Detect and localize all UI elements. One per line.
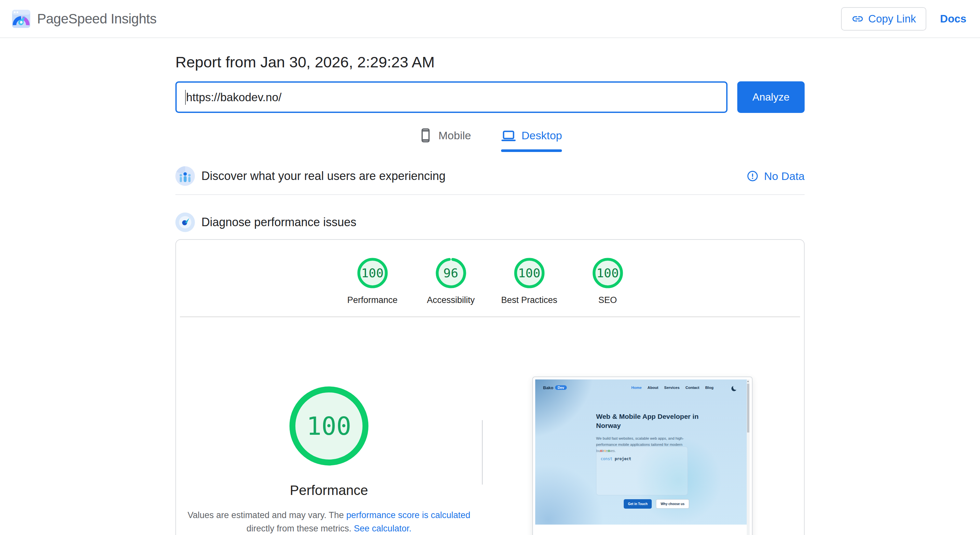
site-nav: Home About Services Contact Blog xyxy=(631,385,714,390)
url-row: https://bakodev.no/ Analyze xyxy=(175,81,805,113)
site-nav-blog: Blog xyxy=(705,385,714,390)
see-calculator-link[interactable]: See calculator. xyxy=(354,524,411,533)
score-ring: 100 xyxy=(592,257,624,289)
traffic-light-dots xyxy=(597,447,687,452)
site-nav-home: Home xyxy=(631,385,642,390)
site-code-card: const project xyxy=(596,446,688,495)
disclaimer-text-1: Values are estimated and may vary. The xyxy=(188,510,347,520)
tab-desktop[interactable]: Desktop xyxy=(501,128,562,152)
site-why-choose-us-button: Why choose us xyxy=(656,499,689,509)
url-input[interactable]: https://bakodev.no/ xyxy=(175,81,727,113)
site-below-fold xyxy=(535,525,747,535)
score-category-label: Accessibility xyxy=(427,295,475,305)
report-title: Report from Jan 30, 2026, 2:29:23 AM xyxy=(175,53,805,71)
diagnose-section-row: Diagnose performance issues xyxy=(175,212,805,232)
score-ring: 100 xyxy=(514,257,545,289)
site-nav-contact: Contact xyxy=(686,385,700,390)
performance-score-value: 100 xyxy=(289,386,369,466)
score-ring: 96 xyxy=(435,257,466,289)
score-disclaimer: Values are estimated and may vary. The p… xyxy=(188,509,471,535)
diagnose-section-label: Diagnose performance issues xyxy=(201,215,356,229)
code-identifier: project xyxy=(615,457,631,461)
no-data-label: No Data xyxy=(764,170,805,183)
card-divider xyxy=(180,316,800,317)
score-category-label: Best Practices xyxy=(501,295,557,305)
brand[interactable]: PageSpeed Insights xyxy=(12,10,156,28)
scrollbar-up-arrow xyxy=(747,381,749,382)
score-value: 100 xyxy=(592,257,624,289)
calc-explanation-link[interactable]: performance score is calculated xyxy=(346,510,470,520)
report-card: 100 Performance 96 Accessibility 100 Bes… xyxy=(175,239,805,535)
score-category-label: Performance xyxy=(347,295,398,305)
link-icon xyxy=(851,13,864,25)
category-score[interactable]: 100 SEO xyxy=(575,257,640,305)
yellow-dot xyxy=(604,450,606,452)
no-data-status[interactable]: No Data xyxy=(747,170,805,183)
site-brand: Bako Dev xyxy=(543,385,567,390)
laptop-icon xyxy=(501,128,516,143)
green-dot xyxy=(608,450,610,452)
performance-gauge-label: Performance xyxy=(290,482,368,498)
site-get-in-touch-button: Get in Touch xyxy=(624,499,652,509)
performance-detail-area: 100 Performance Values are estimated and… xyxy=(176,377,804,535)
top-bar: PageSpeed Insights Copy Link Docs xyxy=(0,0,980,38)
info-icon xyxy=(747,170,759,182)
smartphone-icon xyxy=(418,128,433,143)
site-code-line: const project xyxy=(601,457,687,461)
scrollbar-thumb xyxy=(747,384,749,433)
site-header: Bako Dev Home About Services Contact Blo… xyxy=(535,379,747,396)
device-tabs: Mobile Desktop xyxy=(175,128,805,152)
site-cta-row: Get in Touch Why choose us xyxy=(624,499,689,509)
score-ring: 100 xyxy=(357,257,388,289)
vertical-divider xyxy=(482,420,483,484)
section-divider xyxy=(175,194,805,195)
disclaimer-text-2: directly from these metrics. xyxy=(246,524,354,533)
pagespeed-gauge-icon xyxy=(12,10,30,28)
app-title: PageSpeed Insights xyxy=(37,11,156,27)
site-hero-heading: Web & Mobile App Developer in Norway xyxy=(596,412,708,430)
copy-link-label: Copy Link xyxy=(869,13,916,25)
discover-section-label: Discover what your real users are experi… xyxy=(201,169,445,183)
users-icon xyxy=(175,166,195,186)
category-scores-row: 100 Performance 96 Accessibility 100 Bes… xyxy=(176,240,804,305)
score-category-label: SEO xyxy=(598,295,617,305)
category-score[interactable]: 100 Performance xyxy=(340,257,405,305)
tab-mobile[interactable]: Mobile xyxy=(418,128,471,152)
category-score[interactable]: 96 Accessibility xyxy=(418,257,484,305)
site-scrollbar xyxy=(747,379,749,535)
analyze-button[interactable]: Analyze xyxy=(737,81,805,113)
discover-section-row: Discover what your real users are experi… xyxy=(175,166,805,186)
docs-link[interactable]: Docs xyxy=(940,13,966,25)
site-brand-name: Bako xyxy=(543,385,554,390)
site-screenshot: Bako Dev Home About Services Contact Blo… xyxy=(535,379,749,535)
main-content: Report from Jan 30, 2026, 2:29:23 AM htt… xyxy=(175,53,805,535)
moon-icon xyxy=(733,385,738,390)
performance-gauge-column: 100 Performance Values are estimated and… xyxy=(176,377,482,535)
site-nav-services: Services xyxy=(664,385,679,390)
text-caret xyxy=(185,90,186,105)
site-brand-badge: Dev xyxy=(555,385,567,390)
category-score[interactable]: 100 Best Practices xyxy=(497,257,562,305)
tab-indicator xyxy=(501,150,562,152)
url-value: https://bakodev.no/ xyxy=(186,91,282,104)
score-value: 100 xyxy=(514,257,545,289)
red-dot xyxy=(600,450,602,452)
tab-mobile-label: Mobile xyxy=(439,129,471,142)
performance-gauge[interactable]: 100 xyxy=(289,386,369,466)
gauge-icon xyxy=(175,212,195,232)
score-value: 100 xyxy=(357,257,388,289)
code-keyword: const xyxy=(601,457,612,461)
page-screenshot-thumbnail[interactable]: Bako Dev Home About Services Contact Blo… xyxy=(532,377,752,535)
site-nav-about: About xyxy=(648,385,658,390)
copy-link-button[interactable]: Copy Link xyxy=(841,7,927,30)
tab-desktop-label: Desktop xyxy=(522,129,562,142)
score-value: 96 xyxy=(435,257,466,289)
